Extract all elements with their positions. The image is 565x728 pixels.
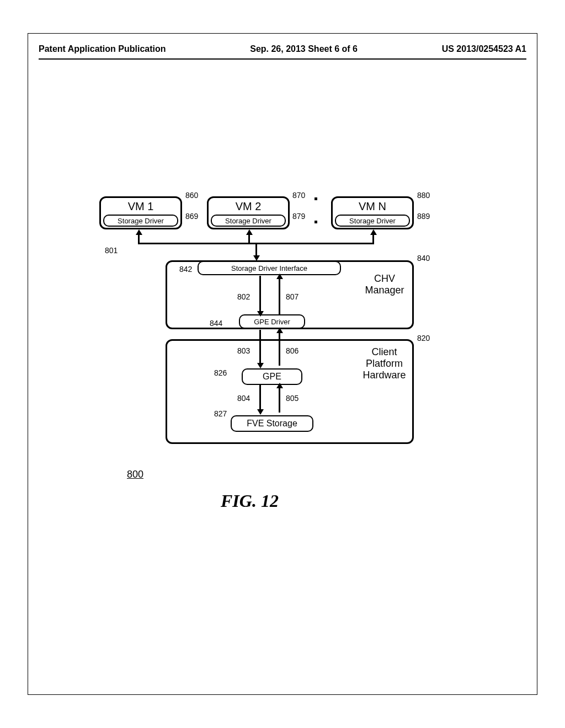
arrow-804-head [257,409,264,415]
ref-860: 860 [185,191,198,200]
arrow-802-line [259,276,261,314]
header-center: Sep. 26, 2013 Sheet 6 of 6 [250,44,358,54]
arrow-804-line [259,385,261,413]
vm2-driver: Storage Driver [211,215,286,227]
vm2-title: VM 2 [209,198,288,213]
vm1-driver: Storage Driver [103,215,178,227]
diagram-800: VM 1 Storage Driver 860 869 VM 2 Storage… [94,188,425,474]
ref-802: 802 [237,292,250,301]
ref-803: 803 [237,346,250,355]
vmn-arrow-up [370,229,377,235]
arrow-806-head [276,328,283,333]
arrow-805-head [276,383,283,388]
ref-889: 889 [417,212,430,221]
vm1-arrow-up [136,229,142,235]
vm2-arrow-up [246,229,253,235]
hw-title: Client Platform Hardware [361,346,408,381]
figure-title: FIG. 12 [221,491,279,511]
header-left: Patent Application Publication [39,44,166,54]
page-header: Patent Application Publication Sep. 26, … [39,44,526,54]
ref-827: 827 [214,409,227,418]
ref-807: 807 [286,292,299,301]
ref-820: 820 [417,334,430,342]
vm1-title: VM 1 [101,198,180,213]
vmn-driver: Storage Driver [335,215,410,227]
ref-804: 804 [237,394,250,403]
vmn-box: VM N Storage Driver [331,196,414,229]
arrow-805-line [279,385,280,413]
arrow-806-line [279,330,280,366]
ref-870: 870 [292,191,305,200]
fve-box: FVE Storage [231,415,313,432]
header-right: US 2013/0254523 A1 [442,44,526,54]
ref-805: 805 [286,394,299,403]
vm1-box: VM 1 Storage Driver [99,196,182,229]
arrow-807-line [279,276,280,314]
ref-879: 879 [292,212,305,221]
gpe-box: GPE [242,368,302,385]
ellipsis-dot [315,197,317,200]
ref-844: 844 [210,319,222,328]
sdi-box: Storage Driver Interface [198,261,341,275]
chv-title: CHV Manager [363,273,407,296]
ref-826: 826 [214,368,227,377]
ellipsis-dot [315,221,317,223]
arrow-803-line [259,330,261,366]
ref-840: 840 [417,254,430,263]
ref-842: 842 [179,265,192,274]
arrow-807-head [276,274,283,279]
ref-806: 806 [286,346,299,355]
vmn-title: VM N [333,198,412,213]
ref-869: 869 [185,212,198,221]
arrow-803-head [257,363,264,368]
figure-number: 800 [127,469,143,480]
ref-801: 801 [105,246,118,255]
ref-880: 880 [417,191,430,200]
vm2-box: VM 2 Storage Driver [207,196,290,229]
arrow-802-head [257,311,264,317]
header-rule [39,58,526,60]
gpe-driver-box: GPE Driver [239,314,305,329]
